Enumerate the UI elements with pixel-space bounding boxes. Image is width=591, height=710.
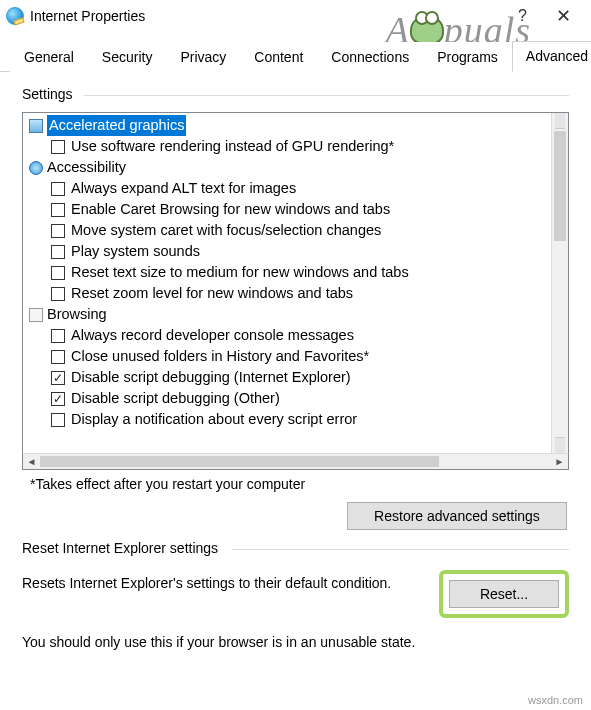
checkbox[interactable] (51, 350, 65, 364)
tree-checkbox-item[interactable]: Play system sounds (27, 241, 551, 262)
settings-tree-container: Accelerated graphicsUse software renderi… (22, 112, 569, 454)
settings-label: Settings (22, 86, 569, 106)
reset-description: Resets Internet Explorer's settings to t… (22, 570, 429, 618)
tree-checkbox-item[interactable]: Close unused folders in History and Favo… (27, 346, 551, 367)
checkbox-label: Display a notification about every scrip… (71, 409, 357, 430)
globe-icon (6, 7, 24, 25)
titlebar: Internet Properties ? ✕ (0, 0, 591, 32)
checkbox-label: Close unused folders in History and Favo… (71, 346, 369, 367)
tab-privacy[interactable]: Privacy (166, 42, 240, 72)
tab-security[interactable]: Security (88, 42, 167, 72)
checkbox-label: Reset text size to medium for new window… (71, 262, 409, 283)
checkbox[interactable] (51, 140, 65, 154)
tab-bar: GeneralSecurityPrivacyContentConnections… (0, 32, 591, 72)
checkbox[interactable] (51, 392, 65, 406)
checkbox[interactable] (51, 224, 65, 238)
checkbox-label: Move system caret with focus/selection c… (71, 220, 381, 241)
settings-tree[interactable]: Accelerated graphicsUse software renderi… (23, 113, 551, 453)
settings-group: Settings Accelerated graphicsUse softwar… (22, 86, 569, 530)
tree-checkbox-item[interactable]: Always expand ALT text for images (27, 178, 551, 199)
tree-checkbox-item[interactable]: Disable script debugging (Internet Explo… (27, 367, 551, 388)
tab-connections[interactable]: Connections (317, 42, 423, 72)
checkbox[interactable] (51, 245, 65, 259)
checkbox-label: Disable script debugging (Other) (71, 388, 280, 409)
scroll-left-icon[interactable]: ◄ (23, 454, 40, 469)
checkbox-label: Always expand ALT text for images (71, 178, 296, 199)
checkbox-label: Enable Caret Browsing for new windows an… (71, 199, 390, 220)
checkbox[interactable] (51, 182, 65, 196)
tab-content[interactable]: Content (240, 42, 317, 72)
tab-advanced[interactable]: Advanced (512, 41, 591, 72)
tree-checkbox-item[interactable]: Display a notification about every scrip… (27, 409, 551, 430)
checkbox[interactable] (51, 371, 65, 385)
vertical-scrollbar[interactable] (551, 113, 568, 453)
window-title: Internet Properties (30, 8, 145, 24)
checkbox[interactable] (51, 287, 65, 301)
help-button[interactable]: ? (502, 7, 543, 25)
tree-category-label: Accessibility (47, 157, 126, 178)
tree-checkbox-item[interactable]: Reset text size to medium for new window… (27, 262, 551, 283)
scroll-thumb[interactable] (554, 131, 566, 241)
checkbox-label: Reset zoom level for new windows and tab… (71, 283, 353, 304)
checkbox-label: Use software rendering instead of GPU re… (71, 136, 394, 157)
tree-category[interactable]: Accelerated graphics (27, 115, 551, 136)
browse-icon (29, 308, 43, 322)
reset-group: Reset Internet Explorer settings Resets … (22, 540, 569, 650)
reset-warning: You should only use this if your browser… (22, 634, 569, 650)
footer-watermark: wsxdn.com (528, 694, 583, 706)
tree-checkbox-item[interactable]: Disable script debugging (Other) (27, 388, 551, 409)
restore-advanced-button[interactable]: Restore advanced settings (347, 502, 567, 530)
checkbox-label: Always record developer console messages (71, 325, 354, 346)
reset-button[interactable]: Reset... (449, 580, 559, 608)
tree-checkbox-item[interactable]: Move system caret with focus/selection c… (27, 220, 551, 241)
tab-general[interactable]: General (10, 42, 88, 72)
tree-checkbox-item[interactable]: Use software rendering instead of GPU re… (27, 136, 551, 157)
checkbox-label: Play system sounds (71, 241, 200, 262)
checkbox[interactable] (51, 203, 65, 217)
checkbox[interactable] (51, 329, 65, 343)
checkbox-label: Disable script debugging (Internet Explo… (71, 367, 351, 388)
access-icon (29, 161, 43, 175)
tree-category[interactable]: Accessibility (27, 157, 551, 178)
tab-programs[interactable]: Programs (423, 42, 512, 72)
tree-checkbox-item[interactable]: Always record developer console messages (27, 325, 551, 346)
tree-checkbox-item[interactable]: Reset zoom level for new windows and tab… (27, 283, 551, 304)
screen-icon (29, 119, 43, 133)
reset-highlight: Reset... (439, 570, 569, 618)
horizontal-scrollbar[interactable]: ◄ ► (22, 453, 569, 470)
checkbox[interactable] (51, 413, 65, 427)
checkbox[interactable] (51, 266, 65, 280)
tree-category[interactable]: Browsing (27, 304, 551, 325)
scroll-right-icon[interactable]: ► (551, 454, 568, 469)
scroll-thumb[interactable] (40, 456, 439, 467)
restart-note: *Takes effect after you restart your com… (22, 470, 569, 502)
reset-label: Reset Internet Explorer settings (22, 540, 569, 560)
tree-category-label: Browsing (47, 304, 107, 325)
tree-checkbox-item[interactable]: Enable Caret Browsing for new windows an… (27, 199, 551, 220)
close-button[interactable]: ✕ (543, 5, 583, 27)
tree-category-label: Accelerated graphics (47, 115, 186, 136)
